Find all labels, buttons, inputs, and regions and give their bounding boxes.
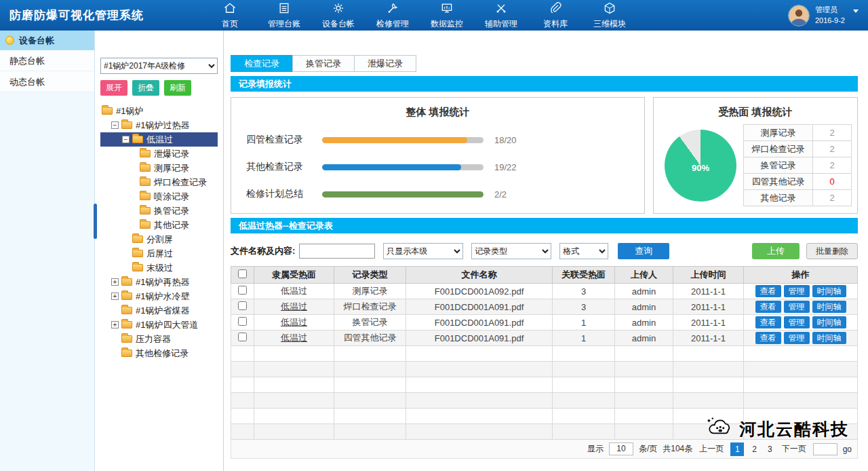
sidebar-item-equipment-ledger[interactable]: 设备台帐 — [0, 31, 94, 50]
expand-button[interactable]: 展开 — [100, 80, 127, 96]
tree-item[interactable]: 换管记录 — [100, 204, 218, 218]
batch-delete-button[interactable]: 批量删除 — [806, 243, 858, 259]
folder-icon — [121, 121, 132, 129]
tree-item[interactable]: #1锅炉省煤器 — [100, 303, 218, 318]
refresh-button[interactable]: 刷新 — [164, 80, 191, 96]
tree-item[interactable]: #1锅炉 — [100, 104, 218, 118]
tree-item[interactable]: 其他检修记录 — [100, 346, 218, 360]
nav-data-monitor[interactable]: 数据监控 — [431, 1, 463, 30]
page-button-3[interactable]: 3 — [765, 445, 775, 454]
panel-splitter[interactable] — [94, 204, 97, 239]
tree-item-selected[interactable]: 低温过 — [100, 132, 218, 147]
view-button[interactable]: 查看 — [755, 301, 781, 313]
tab-inspection-records[interactable]: 检查记录 — [231, 55, 293, 72]
upload-date-cell: 2011-1-1 — [673, 331, 744, 346]
nav-library[interactable]: 资料库 — [539, 1, 572, 30]
main-nav: 首页 管理台账 设备台帐 检修管理 数据监控 辅助管理 资料库 三维模块 — [214, 1, 626, 30]
collapse-button[interactable]: 折叠 — [132, 80, 159, 96]
row-checkbox[interactable] — [238, 317, 247, 326]
page-button-2[interactable]: 2 — [749, 445, 760, 454]
page-button-1[interactable]: 1 — [730, 442, 744, 456]
tree-item[interactable]: 测厚记录 — [100, 161, 218, 175]
overhaul-select[interactable]: #1锅炉2017年A级检修 — [100, 58, 218, 74]
user-box[interactable]: 管理员 2016-9-2 — [788, 5, 868, 26]
surface-link[interactable]: 低温过 — [281, 317, 307, 327]
user-avatar[interactable] — [788, 5, 810, 26]
actions-cell: 查看管理时间轴 — [744, 315, 858, 331]
nav-management-ledger[interactable]: 管理台账 — [268, 1, 300, 30]
go-button[interactable]: go — [843, 445, 852, 454]
scope-select[interactable]: 只显示本级 — [383, 243, 463, 259]
tree-item[interactable]: 喷涂记录 — [100, 189, 218, 204]
manage-button[interactable]: 管理 — [784, 301, 810, 313]
manage-button[interactable]: 管理 — [784, 285, 810, 297]
tree-item[interactable]: 分割屏 — [100, 232, 218, 246]
nav-home[interactable]: 首页 — [214, 1, 246, 30]
empty-row — [231, 424, 858, 440]
tree-item[interactable]: #1锅炉过热器 — [100, 118, 218, 132]
filename-search-input[interactable] — [299, 244, 375, 259]
record-row: 低温过 换管记录 F001DCD001A091.pdf 1 admin 2011… — [231, 315, 858, 331]
empty-row — [231, 346, 858, 362]
manage-button[interactable]: 管理 — [784, 332, 810, 344]
upload-date-cell: 2011-1-1 — [673, 284, 744, 299]
tree-item[interactable]: 末级过 — [100, 261, 218, 275]
tree-item[interactable]: 压力容器 — [100, 332, 218, 346]
timeline-button[interactable]: 时间轴 — [812, 285, 846, 297]
tree-item[interactable]: #1锅炉水冷壁 — [100, 289, 218, 303]
row-checkbox[interactable] — [238, 333, 247, 341]
per-page-select[interactable]: 10 — [609, 442, 633, 455]
tab-tube-change-records[interactable]: 换管记录 — [292, 55, 355, 72]
row-checkbox[interactable] — [238, 301, 247, 310]
manage-button[interactable]: 管理 — [784, 316, 810, 328]
expand-toggle-icon[interactable] — [111, 321, 119, 328]
section-header-record-table: 低温过热器--检查记录表 — [231, 218, 858, 233]
record-type-select[interactable]: 记录类型 — [471, 243, 551, 259]
surface-link[interactable]: 低温过 — [281, 333, 307, 343]
expand-toggle-icon[interactable] — [111, 293, 119, 300]
view-button[interactable]: 查看 — [755, 316, 781, 328]
next-page-button[interactable]: 下一页 — [781, 443, 808, 455]
page-goto-input[interactable] — [813, 443, 837, 455]
record-type-cell: 换管记录 — [334, 315, 406, 331]
tree-item[interactable]: 泄爆记录 — [100, 147, 218, 161]
folder-icon — [140, 207, 151, 214]
collapse-toggle-icon[interactable] — [111, 121, 119, 129]
row-checkbox[interactable] — [238, 286, 247, 295]
uploader-cell: admin — [615, 315, 673, 331]
format-select[interactable]: 格式 — [559, 243, 608, 259]
file-name-cell: F001DCD001A091.pdf — [406, 299, 553, 315]
nav-auxiliary[interactable]: 辅助管理 — [485, 1, 517, 30]
tree-item[interactable]: 其他记录 — [100, 218, 218, 232]
select-all-checkbox[interactable] — [238, 269, 247, 278]
folder-icon — [132, 136, 143, 143]
timeline-button[interactable]: 时间轴 — [812, 301, 846, 313]
view-button[interactable]: 查看 — [755, 332, 781, 344]
surface-link[interactable]: 低温过 — [281, 301, 307, 312]
tab-explosion-records[interactable]: 泄爆记录 — [354, 55, 416, 72]
view-button[interactable]: 查看 — [755, 285, 781, 297]
sidebar-item-static-ledger[interactable]: 静态台帐 — [0, 50, 94, 71]
sidebar-item-dynamic-ledger[interactable]: 动态台帐 — [0, 71, 94, 92]
tree-item[interactable]: 焊口检查记录 — [100, 175, 218, 189]
timeline-button[interactable]: 时间轴 — [812, 316, 846, 328]
expand-toggle-icon[interactable] — [111, 278, 119, 286]
upload-button[interactable]: 上传 — [752, 243, 800, 259]
timeline-button[interactable]: 时间轴 — [812, 332, 846, 344]
nav-equipment-ledger[interactable]: 设备台帐 — [322, 1, 355, 30]
file-name-cell: F001DCD001A091.pdf — [406, 315, 553, 331]
prev-page-button[interactable]: 上一页 — [698, 443, 725, 455]
tree-actions: 展开 折叠 刷新 — [100, 80, 218, 96]
tree-item[interactable]: 后屏过 — [100, 246, 218, 261]
pie-percent-label: 90% — [692, 162, 709, 172]
related-surface-cell: 1 — [553, 315, 615, 331]
folder-icon — [140, 178, 151, 186]
nav-maintenance[interactable]: 检修管理 — [376, 1, 409, 30]
tree-item[interactable]: #1锅炉再热器 — [100, 275, 218, 289]
collapse-toggle-icon[interactable] — [122, 136, 130, 143]
overall-stats-title: 整体 填报统计 — [246, 106, 629, 119]
tree-item[interactable]: #1锅炉四大管道 — [100, 318, 218, 332]
search-button[interactable]: 查询 — [618, 243, 669, 259]
user-menu-caret-icon[interactable] — [853, 10, 859, 13]
nav-3d-module[interactable]: 三维模块 — [593, 1, 626, 30]
